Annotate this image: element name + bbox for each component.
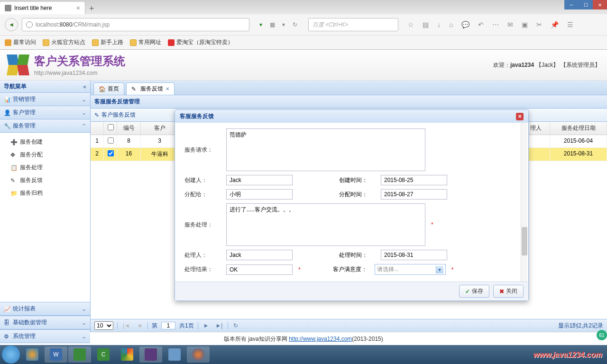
- search-placeholder: 百度 <Ctrl+K>: [313, 21, 348, 29]
- browser-tab[interactable]: Insert title here ×: [0, 2, 85, 14]
- back-button[interactable]: ◄: [5, 18, 18, 31]
- new-tab-button[interactable]: +: [85, 2, 98, 14]
- grid-icon[interactable]: ▦: [267, 20, 277, 29]
- footer-link[interactable]: http://www.java1234.com: [289, 336, 352, 342]
- col-customer[interactable]: 客户: [141, 122, 179, 135]
- page-size-select[interactable]: 10: [94, 321, 113, 330]
- sidebar-item-assign[interactable]: ✥服务分配: [0, 148, 90, 161]
- tab-home[interactable]: 🏠首页: [93, 82, 124, 95]
- dialog-footer: ✓保存 ✖关闭: [175, 282, 528, 300]
- notification-badge[interactable]: 61: [597, 330, 607, 340]
- close-icon[interactable]: ✕: [166, 86, 169, 91]
- search-input[interactable]: 百度 <Ctrl+K>: [308, 18, 398, 31]
- customer-icon: 👤: [4, 109, 10, 116]
- sidebar-group-service[interactable]: 🔧服务管理⌃: [0, 119, 90, 133]
- sidebar-group-customer[interactable]: 👤客户管理⌄: [0, 106, 90, 119]
- bookmark-item[interactable]: 最常访问: [5, 38, 36, 46]
- undo-icon[interactable]: ↶: [478, 21, 484, 28]
- assign-time-input[interactable]: [381, 189, 447, 200]
- folder-icon: [43, 39, 49, 46]
- menu-icon[interactable]: ☰: [567, 21, 573, 28]
- creator-input[interactable]: [226, 175, 293, 185]
- bookmark-item[interactable]: 爱淘宝（原淘宝特卖）: [168, 38, 233, 46]
- add-icon: ➕: [10, 139, 17, 146]
- msg-icon[interactable]: ✉: [507, 21, 513, 28]
- url-bar[interactable]: localhost:8080/CRM/main.jsp: [22, 18, 249, 31]
- sidebar-group-marketing[interactable]: 📊营销管理⌄: [0, 93, 90, 106]
- dialog-title-bar[interactable]: 客服服务反馈 ✕: [175, 110, 528, 123]
- col-id[interactable]: 编号: [117, 122, 141, 135]
- scroll-thumb[interactable]: [522, 227, 527, 255]
- minimize-button[interactable]: ─: [564, 0, 579, 9]
- maximize-button[interactable]: ☐: [579, 0, 593, 9]
- chevron-down-icon: ⌄: [82, 333, 86, 340]
- taobao-icon: [168, 39, 175, 46]
- page-input[interactable]: [161, 322, 175, 329]
- dropdown-icon[interactable]: ▾: [279, 20, 288, 29]
- assign-to-input[interactable]: [226, 189, 293, 200]
- col-rownum: [91, 122, 104, 135]
- reload-icon[interactable]: ↻: [290, 20, 300, 29]
- star-icon[interactable]: ☆: [408, 21, 414, 28]
- prev-page-icon[interactable]: ◄: [135, 322, 144, 329]
- pin-icon[interactable]: 📌: [551, 21, 559, 28]
- row-checkbox[interactable]: [108, 150, 114, 156]
- close-icon[interactable]: ×: [76, 4, 80, 12]
- first-page-icon[interactable]: |◄: [121, 322, 131, 329]
- row-checkbox[interactable]: [108, 137, 114, 144]
- handle-time-input[interactable]: [381, 250, 447, 260]
- close-button[interactable]: ✖关闭: [493, 285, 524, 298]
- label-service-process: 服务处理：: [184, 221, 222, 229]
- start-button[interactable]: [2, 346, 20, 346]
- download-icon[interactable]: ↓: [437, 21, 441, 28]
- label-create-time: 创建时间：: [339, 176, 377, 184]
- chat-icon[interactable]: 💬: [461, 21, 469, 28]
- next-page-icon[interactable]: ►: [202, 322, 211, 329]
- more-icon[interactable]: ⋯: [492, 21, 499, 28]
- list-icon[interactable]: ▤: [423, 21, 429, 28]
- col-date[interactable]: 服务处理日期: [550, 122, 607, 135]
- globe-icon: [26, 21, 33, 28]
- tab-feedback[interactable]: ✎服务反馈✕: [126, 82, 175, 95]
- result-input[interactable]: [226, 264, 293, 275]
- cut-icon[interactable]: ✂: [536, 21, 542, 28]
- sidebar-group-stats[interactable]: 📈统计报表⌄: [0, 302, 90, 316]
- service-request-textarea[interactable]: 范德萨: [226, 128, 425, 171]
- scrollbar[interactable]: [521, 123, 527, 282]
- shield-icon[interactable]: ▾: [256, 20, 266, 29]
- required-marker: *: [451, 266, 454, 273]
- sidebar-group-basedata[interactable]: 🗄基础数据管理⌄: [0, 316, 90, 329]
- sidebar-item-feedback[interactable]: ✎服务反馈: [0, 174, 90, 187]
- col-checkbox[interactable]: [104, 122, 117, 135]
- bookmark-item[interactable]: 常用网址: [130, 38, 161, 46]
- sidebar-group-system[interactable]: ⚙系统管理⌄: [0, 329, 90, 343]
- footer: 版本所有 java知识分享网 http://www.java1234.com(2…: [0, 332, 607, 346]
- refresh-icon[interactable]: ↻: [232, 322, 239, 329]
- box-icon[interactable]: ▣: [522, 21, 528, 28]
- sidebar-item-archive[interactable]: 📁服务归档: [0, 187, 90, 200]
- bookmark-bar: 最常访问 火狐官方站点 新手上路 常用网址 爱淘宝（原淘宝特卖）: [0, 35, 607, 49]
- marketing-icon: 📊: [4, 96, 10, 103]
- feedback-dialog: 客服服务反馈 ✕ 服务请求： 范德萨 创建人： 创建时间： 分配给： 分配时间：…: [175, 109, 529, 301]
- service-process-textarea[interactable]: 进行了.....客户交流。。。: [226, 203, 425, 246]
- label-service-request: 服务请求：: [184, 146, 222, 154]
- label-handler: 处理人：: [184, 251, 222, 259]
- sidebar-item-create[interactable]: ➕服务创建: [0, 136, 90, 148]
- last-page-icon[interactable]: ►|: [214, 322, 224, 329]
- create-time-input[interactable]: [381, 175, 447, 185]
- label-result: 处理结果：: [184, 265, 222, 273]
- close-button[interactable]: ✕: [593, 0, 607, 9]
- sidebar-item-process[interactable]: 📋服务处理: [0, 161, 90, 174]
- app-header: 客户关系管理系统 http://www.java1234.com 欢迎：java…: [0, 50, 607, 81]
- bookmark-item[interactable]: 新手上路: [92, 38, 123, 46]
- bookmark-icon: [5, 39, 11, 46]
- collapse-icon[interactable]: «: [83, 83, 86, 90]
- toolbar-icons: ☆ ▤ ↓ ⌂ 💬 ↶ ⋯ ✉ ▣ ✂ 📌 ☰: [408, 21, 573, 28]
- handler-input[interactable]: [226, 250, 293, 260]
- dialog-close-button[interactable]: ✕: [516, 113, 524, 120]
- home-icon[interactable]: ⌂: [449, 21, 453, 28]
- bookmark-item[interactable]: 火狐官方站点: [43, 38, 85, 46]
- satisfaction-select[interactable]: 请选择... ▾: [375, 264, 446, 275]
- chevron-down-icon: ⌄: [82, 306, 86, 312]
- save-button[interactable]: ✓保存: [459, 285, 489, 298]
